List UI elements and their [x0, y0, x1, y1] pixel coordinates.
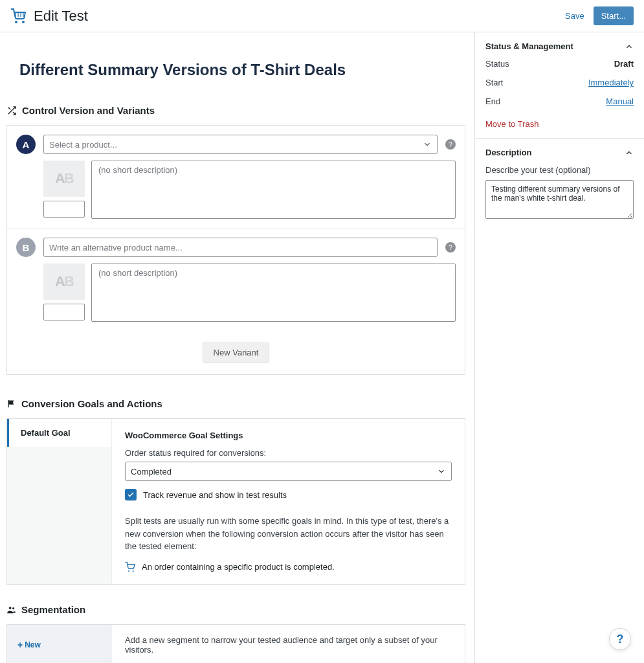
tab-default-goal[interactable]: Default Goal	[7, 419, 111, 447]
new-variant-button[interactable]: New Variant	[203, 343, 270, 363]
product-select[interactable]: Select a product...	[43, 135, 438, 154]
variant-a-thumbnail[interactable]: AB	[43, 161, 85, 197]
variants-panel: A Select a product... ? AB	[6, 125, 465, 375]
order-status-select[interactable]: Completed	[125, 462, 452, 481]
goal-settings-title: WooCommerce Goal Settings	[125, 431, 452, 440]
cart-icon	[125, 562, 135, 572]
help-icon[interactable]: ?	[445, 139, 456, 150]
description-heading: Description	[485, 148, 532, 157]
svg-point-7	[9, 607, 12, 609]
order-status-value: Completed	[131, 467, 172, 477]
segmentation-description: Add a new segment to narrow your tested …	[112, 625, 465, 664]
chevron-down-icon	[423, 140, 432, 149]
description-textarea[interactable]	[485, 180, 634, 219]
track-revenue-checkbox[interactable]	[125, 489, 137, 500]
start-label: Start	[485, 78, 503, 87]
variants-heading: Control Version and Variants	[6, 105, 465, 116]
track-revenue-label: Track revenue and show in test results	[143, 490, 287, 500]
ab-placeholder-icon: AB	[55, 170, 73, 187]
plus-icon: +	[17, 640, 23, 650]
page-header: Edit Test Save Start...	[0, 0, 644, 32]
status-section-toggle[interactable]: Status & Management	[485, 41, 634, 51]
main-content: Different Summary Versions of T-Shirt De…	[0, 32, 474, 663]
order-status-label: Order status required for conversions:	[125, 448, 452, 458]
svg-point-8	[12, 607, 14, 609]
segmentation-panel: + New Add a new segment to narrow your t…	[6, 624, 465, 664]
shuffle-icon	[6, 106, 17, 116]
goal-explanation: Split tests are usually run with some sp…	[125, 515, 452, 553]
segmentation-heading: Segmentation	[6, 604, 465, 615]
status-label: Status	[485, 59, 509, 69]
start-button[interactable]: Start...	[594, 6, 634, 25]
svg-point-1	[23, 21, 24, 23]
goals-tabs: Default Goal	[7, 419, 112, 584]
page-title: Edit Test	[34, 8, 565, 25]
help-floating-button[interactable]: ?	[609, 628, 631, 650]
conversion-action-text: An order containing a specific product i…	[142, 562, 335, 572]
svg-point-5	[128, 570, 129, 572]
help-icon[interactable]: ?	[445, 242, 456, 253]
new-segment-button[interactable]: + New	[17, 640, 41, 650]
start-value-link[interactable]: Immediately	[588, 78, 634, 87]
chevron-up-icon	[625, 148, 634, 157]
users-icon	[6, 605, 16, 614]
test-name: Different Summary Versions of T-Shirt De…	[6, 45, 465, 105]
status-value: Draft	[614, 59, 634, 69]
variant-b-description[interactable]: (no short description)	[91, 264, 456, 322]
svg-point-0	[16, 21, 17, 23]
goals-heading: Conversion Goals and Actions	[6, 398, 465, 409]
variant-b: B Write an alternative product name... ?…	[7, 229, 465, 331]
cart-icon	[10, 8, 26, 24]
variant-a-price-input[interactable]	[43, 201, 85, 218]
variant-b-name-placeholder: Write an alternative product name...	[49, 243, 183, 253]
description-label: Describe your test (optional)	[485, 165, 634, 175]
segmentation-heading-text: Segmentation	[21, 604, 85, 615]
save-button[interactable]: Save	[565, 11, 584, 21]
svg-point-6	[133, 570, 134, 572]
goals-panel: Default Goal WooCommerce Goal Settings O…	[6, 418, 465, 585]
variants-heading-text: Control Version and Variants	[22, 105, 155, 116]
svg-line-4	[8, 107, 10, 109]
status-heading: Status & Management	[485, 41, 573, 51]
end-value-link[interactable]: Manual	[606, 96, 634, 106]
variant-a-description[interactable]: (no short description)	[91, 161, 456, 219]
chevron-down-icon	[437, 467, 446, 476]
chevron-up-icon	[625, 42, 634, 51]
variant-b-thumbnail[interactable]: AB	[43, 264, 85, 300]
sidebar: Status & Management Status Draft Start I…	[474, 32, 644, 663]
goals-heading-text: Conversion Goals and Actions	[21, 398, 162, 409]
variant-b-name-input[interactable]: Write an alternative product name...	[43, 238, 438, 257]
end-label: End	[485, 96, 500, 106]
variant-a: A Select a product... ? AB	[7, 126, 465, 229]
variant-a-badge: A	[16, 135, 36, 154]
variant-b-badge: B	[16, 238, 36, 257]
description-section-toggle[interactable]: Description	[485, 148, 634, 157]
variant-b-price-input[interactable]	[43, 304, 85, 320]
flag-icon	[6, 399, 16, 409]
product-select-placeholder: Select a product...	[49, 140, 117, 150]
ab-placeholder-icon: AB	[55, 273, 73, 290]
move-to-trash-link[interactable]: Move to Trash	[485, 119, 539, 129]
